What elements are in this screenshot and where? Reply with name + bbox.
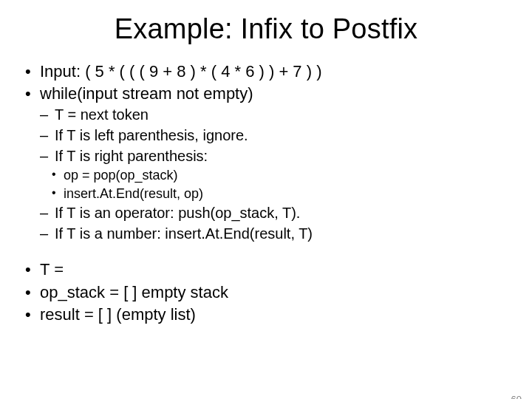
bullet-pop: op = pop(op_stack) — [50, 167, 517, 184]
slide: Example: Infix to Postfix Input: ( 5 * (… — [0, 13, 532, 399]
bullet-left-paren: If T is left parenthesis, ignore. — [38, 126, 517, 146]
bullet-t-next: T = next token — [38, 106, 517, 125]
bullet-list-sub-cont: If T is an operator: push(op_stack, T). … — [22, 204, 517, 243]
slide-title: Example: Infix to Postfix — [0, 13, 532, 45]
slide-content: Input: ( 5 * ( ( ( 9 + 8 ) * ( 4 * 6 ) )… — [0, 61, 532, 325]
page-number: 60 — [511, 394, 522, 399]
bullet-while: while(input stream not empty) — [22, 83, 517, 104]
bullet-operator: If T is an operator: push(op_stack, T). — [38, 204, 517, 223]
bullet-number: If T is a number: insert.At.End(result, … — [38, 225, 517, 244]
bullet-op-stack: op_stack = [ ] empty stack — [22, 282, 517, 303]
bullet-list-sub: T = next token If T is left parenthesis,… — [22, 106, 517, 166]
bullet-list-sub2: op = pop(op_stack) insert.At.End(result,… — [22, 167, 517, 202]
bullet-list-bottom: T = op_stack = [ ] empty stack result = … — [22, 259, 517, 324]
bullet-input: Input: ( 5 * ( ( ( 9 + 8 ) * ( 4 * 6 ) )… — [22, 61, 517, 82]
bullet-t-eq: T = — [22, 259, 517, 280]
bullet-insert: insert.At.End(result, op) — [50, 185, 517, 202]
bullet-result: result = [ ] (empty list) — [22, 304, 517, 325]
bullet-list-top: Input: ( 5 * ( ( ( 9 + 8 ) * ( 4 * 6 ) )… — [22, 61, 517, 104]
spacer — [22, 245, 517, 258]
bullet-right-paren: If T is right parenthesis: — [38, 147, 517, 166]
